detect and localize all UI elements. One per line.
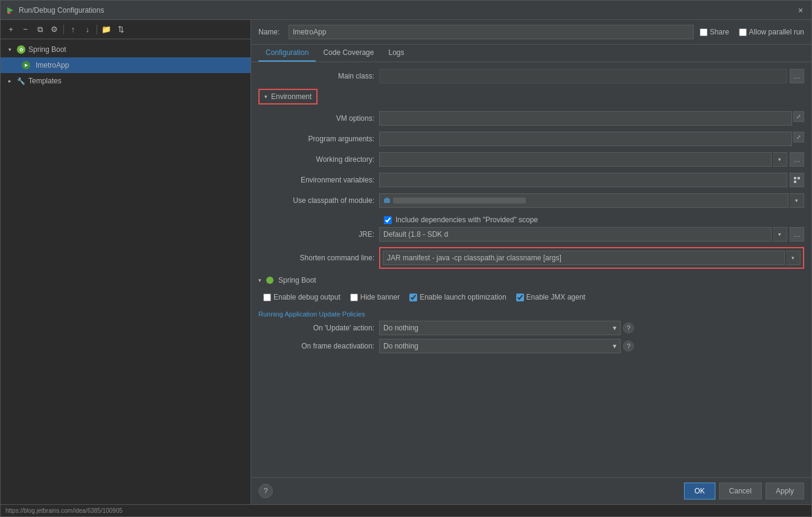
- svg-rect-4: [794, 181, 796, 183]
- share-options: Share Allow parallel run: [700, 28, 804, 36]
- jre-browse-btn[interactable]: …: [790, 227, 804, 242]
- bottom-bar: ? OK Cancel Apply: [251, 477, 811, 504]
- status-url: https://blog.jetbrains.com/idea/6385/100…: [5, 507, 123, 514]
- on-update-select[interactable]: Do nothing ▾: [379, 321, 621, 335]
- tree-item-imetroapp[interactable]: ImetroApp: [1, 57, 251, 73]
- tree-arrow-spring-boot: ▾: [5, 45, 14, 54]
- spring-boot-section-icon: [266, 277, 273, 284]
- move-up-button[interactable]: ↑: [66, 23, 80, 36]
- vm-options-row: VM options: ⤢: [258, 111, 804, 126]
- env-vars-input[interactable]: [379, 173, 787, 187]
- hide-banner-checkbox-row[interactable]: Hide banner: [350, 293, 400, 301]
- main-content: + − ⧉ ⚙ ↑ ↓ 📁 ⇅ ▾ ✿ Spring Boot: [1, 20, 811, 504]
- tab-logs[interactable]: Logs: [381, 45, 411, 62]
- templates-icon: 🔧: [16, 76, 26, 86]
- run-config-icon: [21, 60, 31, 70]
- config-item-label: ImetroApp: [36, 61, 69, 69]
- name-field-label: Name:: [258, 28, 283, 36]
- sort-button[interactable]: ⇅: [114, 23, 127, 36]
- share-checkbox-row[interactable]: Share: [700, 28, 729, 36]
- shorten-cmd-dropdown-btn[interactable]: ▾: [786, 251, 801, 265]
- on-update-dropdown-arrow: ▾: [613, 324, 616, 332]
- env-vars-label: Environment variables:: [258, 176, 379, 184]
- enable-debug-checkbox[interactable]: [263, 294, 271, 301]
- add-config-button[interactable]: +: [4, 23, 18, 36]
- env-vars-field-group: [379, 173, 804, 187]
- share-label: Share: [710, 28, 729, 36]
- program-args-expand-btn[interactable]: ⤢: [793, 132, 804, 143]
- copy-config-button[interactable]: ⧉: [33, 23, 46, 36]
- jre-input[interactable]: [379, 227, 772, 242]
- running-app-policies-label: Running Application Update Policies: [258, 307, 365, 320]
- jre-label: JRE:: [258, 230, 379, 239]
- share-checkbox[interactable]: [700, 28, 708, 36]
- program-args-label: Program arguments:: [258, 135, 379, 143]
- name-input[interactable]: [289, 25, 694, 39]
- cancel-button[interactable]: Cancel: [719, 483, 762, 499]
- svg-rect-6: [385, 197, 389, 199]
- close-button[interactable]: ×: [794, 4, 807, 16]
- on-deactivation-select[interactable]: Do nothing ▾: [379, 339, 621, 353]
- env-vars-row: Environment variables:: [258, 172, 804, 188]
- dialog-icon: [5, 5, 15, 15]
- shorten-cmd-box: ▾: [379, 247, 804, 269]
- jre-row: JRE: ▾ …: [258, 226, 804, 242]
- program-args-input[interactable]: [379, 132, 792, 146]
- on-deactivation-dropdown-arrow: ▾: [613, 342, 616, 350]
- svg-rect-1: [8, 11, 10, 14]
- toolbar-separator-2: [97, 25, 97, 34]
- name-bar: Name: Share Allow parallel run: [251, 20, 811, 45]
- running-app-policies-section: Running Application Update Policies: [258, 305, 804, 321]
- parallel-run-checkbox-row[interactable]: Allow parallel run: [739, 28, 804, 36]
- vm-options-expand-btn[interactable]: ⤢: [793, 111, 804, 122]
- on-deactivation-value: Do nothing: [383, 342, 418, 350]
- module-dropdown-btn[interactable]: ▾: [790, 193, 804, 208]
- working-dir-field-group: ▾ …: [379, 152, 804, 167]
- environment-section-header[interactable]: ▾ Environment: [258, 89, 318, 104]
- hide-banner-checkbox[interactable]: [350, 294, 358, 301]
- tree-item-templates[interactable]: ▸ 🔧 Templates: [1, 73, 251, 89]
- tab-code-coverage[interactable]: Code Coverage: [316, 45, 381, 62]
- working-dir-row: Working directory: ▾ …: [258, 152, 804, 167]
- working-dir-label: Working directory:: [258, 155, 379, 164]
- main-class-input[interactable]: [379, 69, 787, 83]
- tree-item-spring-boot[interactable]: ▾ ✿ Spring Boot: [1, 42, 251, 57]
- shorten-cmd-label: Shorten command line:: [258, 254, 379, 262]
- enable-launch-checkbox[interactable]: [409, 294, 417, 301]
- parallel-run-checkbox[interactable]: [739, 28, 747, 36]
- shorten-cmd-input[interactable]: [383, 251, 785, 265]
- enable-debug-checkbox-row[interactable]: Enable debug output: [263, 293, 340, 301]
- include-deps-checkbox[interactable]: [384, 216, 392, 224]
- enable-jmx-checkbox-row[interactable]: Enable JMX agent: [516, 293, 586, 301]
- enable-launch-label: Enable launch optimization: [420, 293, 506, 301]
- svg-rect-2: [794, 177, 796, 179]
- module-classpath-field-group: ▾: [379, 193, 804, 208]
- on-update-value: Do nothing: [383, 324, 418, 332]
- tabs-bar: Configuration Code Coverage Logs: [251, 45, 811, 62]
- include-deps-row: Include dependencies with "Provided" sco…: [258, 213, 804, 226]
- tab-configuration[interactable]: Configuration: [258, 45, 316, 62]
- on-deactivation-label: On frame deactivation:: [258, 342, 379, 350]
- enable-jmx-checkbox[interactable]: [516, 294, 524, 301]
- move-down-button[interactable]: ↓: [81, 23, 94, 36]
- apply-button[interactable]: Apply: [766, 483, 804, 499]
- working-dir-dropdown-btn[interactable]: ▾: [773, 152, 787, 167]
- settings-button[interactable]: ⚙: [48, 23, 61, 36]
- vm-options-input[interactable]: [379, 111, 792, 126]
- env-vars-browse-btn[interactable]: [790, 173, 804, 187]
- folder-button[interactable]: 📁: [100, 23, 113, 36]
- jre-dropdown-btn[interactable]: ▾: [773, 227, 787, 242]
- working-dir-browse-btn[interactable]: …: [790, 152, 804, 167]
- on-update-help-btn[interactable]: ?: [623, 323, 634, 333]
- on-deactivation-help-btn[interactable]: ?: [623, 341, 634, 352]
- ok-button[interactable]: OK: [684, 483, 715, 499]
- enable-launch-checkbox-row[interactable]: Enable launch optimization: [409, 293, 506, 301]
- remove-config-button[interactable]: −: [19, 23, 32, 36]
- right-panel: Name: Share Allow parallel run Configura…: [251, 20, 811, 504]
- working-dir-input[interactable]: [379, 152, 772, 167]
- main-class-browse-btn[interactable]: …: [790, 69, 804, 83]
- spring-boot-section-label: Spring Boot: [278, 276, 316, 284]
- toolbar: + − ⧉ ⚙ ↑ ↓ 📁 ⇅: [1, 20, 251, 39]
- module-icon: [383, 197, 391, 204]
- help-button[interactable]: ?: [258, 484, 273, 498]
